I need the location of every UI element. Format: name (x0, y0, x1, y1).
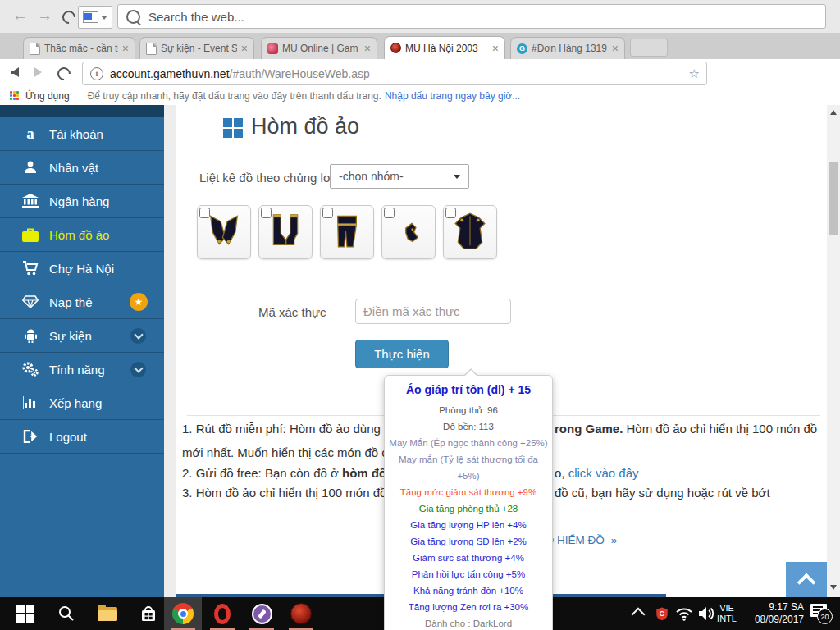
antivirus-shield-icon[interactable]: G (655, 605, 669, 626)
sidebar-item-tai-khoan[interactable]: a Tài khoản (0, 117, 164, 151)
person-icon (20, 160, 41, 175)
tab-strip: Thắc mắc - cần tu × Sự kiện - Event Si ×… (0, 33, 840, 59)
bookmarks-hint: Để truy cập nhanh, hãy đặt dấu trang vào… (88, 90, 381, 102)
opera-taskbar-icon[interactable] (203, 597, 241, 630)
page-scrollbar[interactable] (827, 105, 840, 597)
sidebar-item-label: Ngân hàng (49, 194, 109, 208)
tooltip-line: Dành cho : DarkLord (388, 615, 549, 630)
sidebar: a Tài khoản Nhân vật Ngân hàng Hòm đồ ảo… (0, 105, 164, 597)
close-tab-icon[interactable]: × (241, 43, 248, 54)
taskbar-search-icon[interactable] (48, 597, 85, 630)
sidebar-item-label: Hòm đồ ảo (49, 228, 109, 242)
sidebar-item-hom-do-ao[interactable]: Hòm đồ ảo (0, 218, 164, 252)
notification-center-icon[interactable]: 20 (810, 604, 827, 617)
site-info-icon[interactable]: i (90, 67, 103, 80)
sidebar-header-strip (0, 105, 164, 117)
sidebar-item-ngan-hang[interactable]: Ngân hàng (0, 185, 164, 218)
apps-grid-icon[interactable] (10, 91, 20, 101)
toolbar-widget-button[interactable] (78, 6, 112, 29)
reload-icon[interactable] (57, 67, 71, 80)
tab-su-kien[interactable]: Sự kiện - Event Si × (139, 37, 254, 59)
screen: ← → Thắc mắc - cần tu × Sự kiện - Event … (0, 0, 840, 630)
wifi-icon[interactable] (675, 607, 693, 624)
new-tab-button[interactable] (630, 39, 668, 57)
toolbar-reload-icon[interactable] (62, 11, 75, 24)
group-select[interactable]: -chọn nhóm- (330, 164, 469, 189)
warehouse-item-gloves[interactable] (197, 205, 251, 259)
tab-title: Sự kiện - Event Si (161, 43, 237, 54)
start-button[interactable] (7, 597, 44, 630)
language-line1: VIE (710, 603, 743, 614)
note-line1-right: rong Game. Hòm đồ ảo chỉ hiển thị 100 mó… (555, 422, 817, 436)
tab-mu-online[interactable]: MU Online | Gam × (261, 37, 377, 59)
url-field[interactable]: i account.gamethuvn.net/#auth/WareHouseW… (82, 62, 707, 85)
note-line4-right: đồ cũ, bạn hãy sử dụng hoặc rút về bớt (555, 486, 770, 500)
back-icon[interactable] (11, 67, 19, 77)
captcha-input[interactable] (355, 299, 511, 324)
language-indicator[interactable]: VIE INTL (710, 603, 743, 624)
sidebar-item-cho-ha-noi[interactable]: Chợ Hà Nội (0, 252, 164, 285)
bank-icon (20, 194, 41, 208)
sidebar-item-su-kien[interactable]: Sự kiện (0, 319, 164, 353)
close-tab-icon[interactable]: × (364, 43, 371, 54)
sidebar-item-xep-hang[interactable]: Xếp hạng (0, 386, 164, 420)
clock[interactable]: 9:17 SA 08/09/2017 (740, 601, 804, 626)
tooltip-line: May mắn (Tỷ lệ sát thương tối đa +5%) (388, 451, 549, 484)
mu-hanoi-favicon (390, 43, 401, 53)
search-input[interactable] (147, 9, 825, 25)
image-icon (83, 11, 98, 23)
cart-icon (20, 261, 41, 276)
viber-taskbar-icon[interactable] (243, 597, 281, 630)
sidebar-item-nap-the[interactable]: Nạp thẻ ★ (0, 285, 164, 319)
page-content: a Tài khoản Nhân vật Ngân hàng Hòm đồ ảo… (0, 105, 840, 597)
scrollbar-thumb[interactable] (829, 162, 838, 235)
close-tab-icon[interactable]: × (492, 43, 499, 54)
file-explorer-icon[interactable] (89, 597, 126, 630)
apps-label[interactable]: Ứng dụng (25, 90, 70, 102)
chrome-taskbar-icon[interactable] (164, 597, 202, 630)
tooltip-line: Tăng mức giảm sát thương +9% (388, 484, 549, 500)
briefcase-icon (20, 228, 41, 242)
tab-mu-ha-noi-active[interactable]: MU Hà Nội 2003 × (384, 36, 505, 59)
toolbar-forward-icon[interactable]: → (37, 7, 52, 25)
scrollbar-down-icon[interactable] (830, 585, 837, 590)
sidebar-item-logout[interactable]: Logout (0, 420, 164, 454)
sidebar-item-label: Tính năng (49, 363, 105, 377)
tooltip-line: Khả năng tránh đòn +10% (388, 582, 549, 599)
sidebar-item-label: Nhân vật (49, 161, 98, 175)
warehouse-item-boots[interactable] (258, 205, 313, 259)
sidebar-item-nhan-vat[interactable]: Nhân vật (0, 151, 164, 185)
android-icon (20, 328, 41, 343)
store-icon[interactable] (130, 597, 167, 630)
click-here-link[interactable]: click vào đây (568, 466, 639, 480)
language-line2: INTL (710, 614, 743, 624)
forward-icon[interactable] (34, 67, 42, 77)
warehouse-item-pants[interactable] (320, 205, 374, 259)
tooltip-line: Phòng thủ: 96 (388, 402, 549, 418)
tray-expand-icon[interactable] (633, 605, 643, 619)
tab-title: MU Online | Gam (282, 43, 360, 54)
tab-don-hang[interactable]: G #Đơn Hàng 1319 × (510, 37, 625, 59)
search-icon (126, 10, 140, 24)
sidebar-item-tinh-nang[interactable]: Tính năng (0, 353, 164, 386)
warehouse-item-pet[interactable] (381, 205, 436, 259)
scroll-to-top-button[interactable] (786, 562, 827, 597)
submit-button[interactable]: Thực hiện (355, 340, 449, 368)
gears-icon (20, 362, 41, 377)
url-host: account.gamethuvn.net (110, 67, 230, 80)
tab-title: MU Hà Nội 2003 (405, 43, 488, 54)
toolbar-back-icon[interactable]: ← (12, 7, 28, 25)
warehouse-item-armor[interactable] (443, 205, 497, 259)
bookmark-star-icon[interactable]: ☆ (689, 66, 700, 81)
svg-text:G: G (660, 610, 664, 618)
mu-online-favicon (267, 43, 278, 54)
scrollbar-up-icon[interactable] (830, 110, 837, 115)
mu-game-taskbar-icon[interactable] (282, 597, 320, 630)
web-search-box[interactable] (117, 4, 826, 29)
tab-thac-mac[interactable]: Thắc mắc - cần tu × (23, 37, 135, 59)
page-icon (146, 43, 157, 55)
sidebar-item-label: Logout (49, 430, 87, 444)
close-tab-icon[interactable]: × (122, 43, 129, 54)
close-tab-icon[interactable]: × (612, 43, 619, 54)
import-bookmarks-link[interactable]: Nhập dấu trang ngay bây giờ... (385, 90, 520, 102)
